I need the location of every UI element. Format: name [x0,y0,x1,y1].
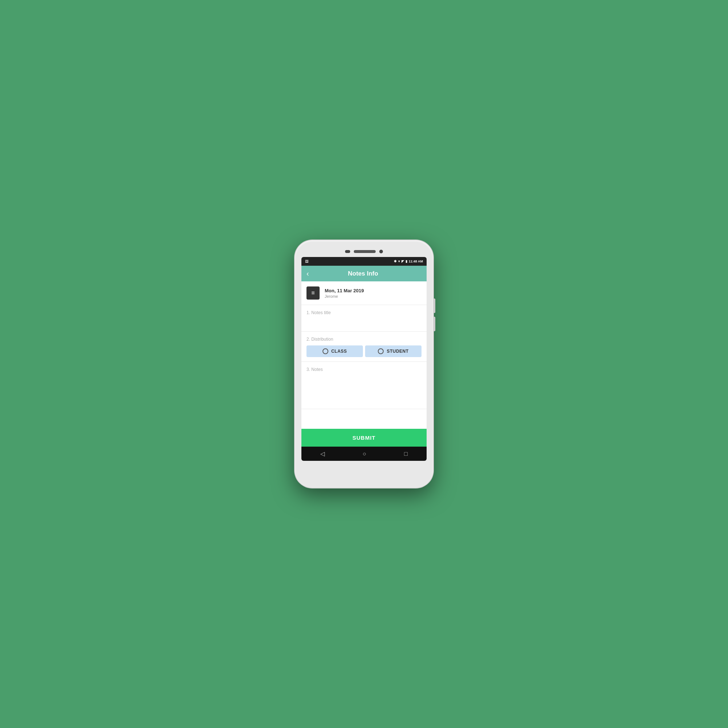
notes-field: 3. Notes [301,362,427,409]
status-right: ✱ ▾ ◤ ▮ 11:48 AM [394,260,423,263]
phone-device: 🖼 ✱ ▾ ◤ ▮ 11:48 AM ‹ Notes Info ≡ [295,240,433,488]
class-radio-circle [323,348,328,354]
app-title: Notes Info [314,270,413,277]
bluetooth-icon: ✱ [394,260,397,263]
distribution-field: 2. Distribution CLASS STUDENT [301,332,427,362]
signal-icon: ◤ [401,260,404,263]
notes-title-input[interactable] [306,317,422,327]
note-meta: Mon, 11 Mar 2019 Jerome [325,288,364,298]
android-nav-bar: ◁ ○ □ [301,447,427,461]
distribution-radio-group: CLASS STUDENT [306,346,422,357]
student-radio-circle [378,348,384,354]
class-option[interactable]: CLASS [306,346,363,357]
nav-recent-icon[interactable]: □ [404,451,408,457]
status-time: 11:48 AM [409,260,423,263]
notes-title-label: 1. Notes title [306,310,422,315]
notes-textarea[interactable] [306,374,422,411]
note-doc-icon: ≡ [306,286,320,300]
nav-home-icon[interactable]: ○ [362,451,366,457]
distribution-label: 2. Distribution [306,337,422,342]
student-option[interactable]: STUDENT [365,346,422,357]
status-bar: 🖼 ✱ ▾ ◤ ▮ 11:48 AM [301,257,427,266]
student-radio-label: STUDENT [387,349,408,354]
content-area: ≡ Mon, 11 Mar 2019 Jerome 1. Notes title… [301,281,427,429]
phone-speaker [354,250,376,253]
phone-sensor [345,250,350,253]
battery-icon: ▮ [405,260,407,263]
submit-button[interactable]: SUBMIT [301,429,427,447]
phone-top-bar [301,247,427,257]
phone-screen: 🖼 ✱ ▾ ◤ ▮ 11:48 AM ‹ Notes Info ≡ [301,257,427,461]
app-bar: ‹ Notes Info [301,266,427,281]
note-info-row: ≡ Mon, 11 Mar 2019 Jerome [301,281,427,305]
nav-back-icon[interactable]: ◁ [320,450,325,457]
back-button[interactable]: ‹ [306,269,309,278]
note-author: Jerome [325,294,364,298]
wifi-icon: ▾ [398,260,400,263]
volume-down-button[interactable] [434,317,435,331]
notes-label: 3. Notes [306,367,422,372]
note-date: Mon, 11 Mar 2019 [325,288,364,294]
volume-up-button[interactable] [434,298,435,313]
phone-camera [379,250,383,253]
status-left: 🖼 [305,260,308,263]
notification-icon: 🖼 [305,260,308,263]
class-radio-label: CLASS [331,349,347,354]
notes-title-field: 1. Notes title [301,305,427,332]
